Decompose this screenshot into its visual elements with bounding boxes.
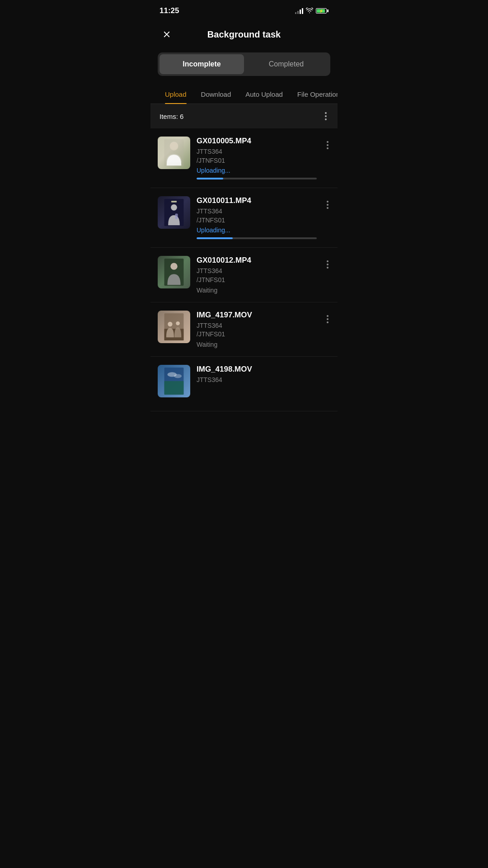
items-count: Items: 6 — [160, 113, 183, 120]
svg-point-5 — [171, 204, 177, 211]
svg-point-11 — [168, 321, 172, 326]
item-path: JTTS364 /JTNFS01 — [197, 207, 319, 225]
subtab-download[interactable]: Download — [194, 85, 239, 104]
list-item: GX010005.MP4 JTTS364 /JTNFS01 Uploading.… — [150, 128, 338, 188]
item-more-button[interactable] — [325, 312, 330, 326]
progress-fill — [197, 237, 233, 239]
item-thumbnail — [158, 137, 190, 169]
tab-completed[interactable]: Completed — [244, 54, 328, 74]
item-thumbnail — [158, 311, 190, 343]
item-info: IMG_4198.MOV JTTS364 — [197, 365, 324, 387]
svg-rect-14 — [164, 381, 184, 395]
upload-items-list: GX010005.MP4 JTTS364 /JTNFS01 Uploading.… — [150, 128, 338, 411]
item-path: JTTS364 /JTNFS01 — [197, 267, 319, 284]
item-actions — [325, 196, 330, 212]
svg-rect-4 — [171, 201, 177, 202]
status-time: 11:25 — [160, 6, 179, 15]
list-item: IMG_4198.MOV JTTS364 — [150, 357, 338, 411]
item-info: GX010011.MP4 JTTS364 /JTNFS01 Uploading.… — [197, 196, 319, 239]
item-status: Waiting — [197, 341, 319, 348]
item-actions — [325, 137, 330, 152]
item-status: Waiting — [197, 287, 319, 294]
signal-icon — [295, 8, 303, 14]
subtab-fileops[interactable]: File Operations — [290, 85, 338, 104]
item-filename: GX010005.MP4 — [197, 137, 319, 146]
item-info: GX010005.MP4 JTTS364 /JTNFS01 Uploading.… — [197, 137, 319, 179]
subtab-autoupload[interactable]: Auto Upload — [238, 85, 290, 104]
status-icons: ⚡ — [295, 7, 328, 14]
header: Background task — [150, 20, 338, 49]
list-item: GX010011.MP4 JTTS364 /JTNFS01 Uploading.… — [150, 188, 338, 248]
more-options-button[interactable] — [323, 110, 328, 122]
item-path: JTTS364 /JTNFS01 — [197, 147, 319, 165]
page-title: Background task — [174, 29, 314, 40]
svg-point-12 — [176, 321, 180, 326]
status-bar: 11:25 ⚡ — [150, 0, 338, 20]
item-info: IMG_4197.MOV JTTS364 /JTNFS01 Waiting — [197, 311, 319, 348]
item-path: JTTS364 — [197, 376, 324, 385]
list-item: GX010012.MP4 JTTS364 /JTNFS01 Waiting — [150, 248, 338, 302]
progress-bar — [197, 237, 317, 239]
item-thumbnail — [158, 256, 190, 288]
svg-point-8 — [170, 263, 177, 270]
battery-icon: ⚡ — [316, 8, 328, 14]
item-more-button[interactable] — [325, 138, 330, 152]
svg-point-2 — [170, 142, 178, 151]
sub-tabs-bar: Upload Download Auto Upload File Operati… — [150, 85, 338, 104]
item-more-button[interactable] — [325, 258, 330, 271]
item-filename: IMG_4198.MOV — [197, 365, 324, 374]
item-filename: GX010012.MP4 — [197, 256, 319, 265]
list-item: IMG_4197.MOV JTTS364 /JTNFS01 Waiting — [150, 302, 338, 357]
item-status: Uploading... — [197, 167, 319, 174]
item-actions — [325, 311, 330, 326]
item-filename: IMG_4197.MOV — [197, 311, 319, 320]
item-path: JTTS364 /JTNFS01 — [197, 321, 319, 339]
subtab-upload[interactable]: Upload — [158, 85, 194, 104]
item-info: GX010012.MP4 JTTS364 /JTNFS01 Waiting — [197, 256, 319, 293]
progress-bar — [197, 178, 317, 179]
item-actions — [325, 256, 330, 271]
progress-fill — [197, 178, 223, 179]
close-button[interactable] — [160, 27, 174, 42]
item-thumbnail — [158, 196, 190, 229]
svg-point-16 — [174, 374, 182, 378]
item-more-button[interactable] — [325, 198, 330, 212]
item-filename: GX010011.MP4 — [197, 196, 319, 205]
item-thumbnail — [158, 365, 190, 397]
items-bar: Items: 6 — [150, 104, 338, 128]
tab-incomplete[interactable]: Incomplete — [160, 54, 244, 74]
item-status: Uploading... — [197, 226, 319, 234]
status-tab-toggle: Incomplete Completed — [158, 52, 330, 76]
wifi-icon — [306, 7, 313, 14]
svg-rect-6 — [175, 214, 178, 219]
